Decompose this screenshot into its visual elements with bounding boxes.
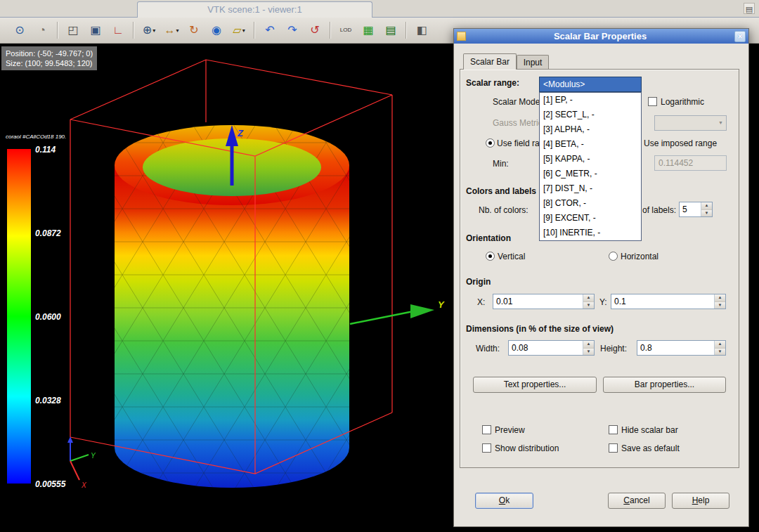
spin-down-icon[interactable]: ▼ (583, 349, 594, 356)
preview-checkbox[interactable] (482, 425, 491, 434)
save-as-default-label: Save as default (621, 443, 680, 453)
dropdown-item[interactable]: [4] BETA, - (540, 137, 641, 152)
scaling-icon[interactable]: ▦ (358, 20, 378, 40)
scalar-mode-label: Scalar Mode (493, 97, 540, 107)
scalar-range-combobox[interactable]: <Modulus> (539, 77, 642, 92)
toolbar-icon-glyph: ◔ (39, 25, 46, 36)
text-properties-button[interactable]: Text properties... (473, 377, 597, 393)
hide-scalar-bar-checkbox[interactable] (609, 425, 618, 434)
toolbar-icon-glyph: LOD (340, 25, 351, 36)
dropdown-arrow-icon[interactable]: ▾ (176, 27, 179, 34)
undo-icon[interactable]: ↶ (260, 20, 280, 40)
spin-up-icon[interactable]: ▲ (715, 294, 725, 302)
origin-y-spinbox[interactable]: 0.1 ▲▼ (611, 294, 726, 309)
toolbar-icon-glyph: ↔ (164, 25, 175, 36)
toolbar-icon-glyph: ⊙ (15, 25, 24, 36)
max-value: 0.114452 (659, 158, 693, 168)
colorbar (7, 149, 31, 484)
origin-y-value: 0.1 (614, 297, 626, 306)
interaction-style-icon[interactable]: ◔ (32, 20, 52, 40)
colors-labels-header: Colors and labels (466, 186, 536, 196)
rotate-icon[interactable]: ↻ (184, 20, 204, 40)
dropdown-item[interactable]: [1] EP, - (540, 93, 641, 108)
toolbar-separator (330, 22, 331, 39)
pan-icon[interactable]: ↔ ▾ (162, 20, 181, 40)
rect-select-icon[interactable]: ▣ (86, 20, 105, 40)
close-button[interactable]: × (734, 31, 746, 42)
dropdown-item[interactable]: [9] EXCENT, - (540, 211, 641, 226)
viewer-tab[interactable]: VTK scene:1 - viewer:1 (137, 1, 372, 18)
dropdown-item[interactable]: [8] CTOR, - (540, 196, 641, 211)
spin-down-icon[interactable]: ▼ (715, 302, 725, 309)
zoom-area-icon[interactable]: ◰ (63, 20, 83, 40)
z-axis-label: Z (237, 128, 244, 138)
logarithmic-checkbox[interactable] (648, 97, 657, 106)
cancel-button[interactable]: Cancel (608, 493, 666, 509)
dropdown-item[interactable]: [2] SECT_L, - (540, 108, 641, 122)
zoom-icon[interactable]: ⊕ ▾ (139, 20, 159, 40)
scalar-range-dropdown-list[interactable]: [1] EP, -[2] SECT_L, -[3] ALPHA, -[4] BE… (539, 92, 642, 241)
spin-down-icon[interactable]: ▼ (701, 210, 712, 217)
toolbar-icon-glyph: ↻ (189, 25, 198, 36)
show-trihedron-icon[interactable]: ∟ (108, 20, 128, 40)
tab-scalar-bar[interactable]: Scalar Bar (463, 53, 517, 70)
toolbar-separator (57, 22, 58, 39)
lod-icon[interactable]: LOD (336, 20, 356, 40)
nb-labels-spinbox[interactable]: 5 ▲▼ (679, 202, 713, 217)
graduated-axes-icon[interactable]: ▤ (381, 20, 401, 40)
hide-scalar-bar-label: Hide scalar bar (621, 425, 678, 435)
height-spinbox[interactable]: 0.8 ▲▼ (637, 340, 726, 356)
ambient-toggle-icon[interactable]: ◧ (412, 20, 432, 40)
horizontal-label: Horizontal (621, 252, 659, 261)
colorbar-label: 0.00555 (35, 479, 65, 489)
projection-mode-icon[interactable]: ▱ ▾ (229, 20, 249, 40)
colorbar-label: 0.0872 (35, 228, 61, 238)
dropdown-item[interactable]: [7] DIST_N, - (540, 181, 641, 196)
toolbar-icon-glyph: ▣ (90, 25, 100, 36)
max-field: 0.114452 (654, 155, 727, 171)
use-field-range-radio[interactable] (486, 138, 495, 148)
spin-down-icon[interactable]: ▼ (583, 302, 594, 309)
nb-colors-label: Nb. of colors: (479, 205, 528, 215)
spin-up-icon[interactable]: ▲ (583, 294, 594, 302)
rotation-point-icon[interactable]: ◉ (207, 20, 226, 40)
dropdown-item[interactable]: [5] KAPPA, - (540, 152, 641, 167)
dump-view-icon[interactable]: ⊙ (10, 20, 30, 40)
toolbar-icon-glyph: ◉ (212, 25, 221, 36)
show-distribution-checkbox[interactable] (482, 443, 491, 453)
toolbar-separator (254, 22, 255, 39)
origin-x-value: 0.01 (496, 297, 512, 306)
save-as-default-checkbox[interactable] (609, 443, 618, 453)
dropdown-arrow-icon[interactable]: ▾ (242, 27, 245, 34)
tab-input[interactable]: Input (517, 55, 549, 70)
spin-up-icon[interactable]: ▲ (701, 202, 712, 210)
ok-button[interactable]: Ok (475, 493, 533, 509)
dropdown-item[interactable]: [10] INERTIE, - (540, 226, 641, 240)
bar-properties-button[interactable]: Bar properties... (603, 377, 726, 393)
toolbar-icon-glyph: ↷ (287, 25, 297, 36)
toolbar-icon-glyph: ◰ (67, 25, 78, 36)
toolbar-icon-glyph: ▦ (363, 25, 373, 36)
width-label: Width: (476, 344, 500, 353)
width-spinbox[interactable]: 0.08 ▲▼ (508, 340, 595, 356)
horizontal-radio[interactable] (609, 252, 618, 261)
close-icon: × (737, 32, 742, 41)
help-button[interactable]: Help (672, 493, 729, 509)
toolbar-separator (133, 22, 134, 39)
spin-up-icon[interactable]: ▲ (715, 341, 725, 349)
vertical-radio[interactable] (486, 252, 495, 261)
preview-label: Preview (495, 425, 525, 435)
origin-x-spinbox[interactable]: 0.01 ▲▼ (493, 294, 595, 309)
dropdown-item[interactable]: [3] ALPHA, - (540, 122, 641, 137)
dialog-titlebar[interactable]: Scalar Bar Properties × (454, 29, 748, 44)
dropdown-item[interactable]: [6] C_METR, - (540, 167, 641, 181)
tab-list-button[interactable]: ▤ (744, 3, 755, 14)
origin-x-label: X: (477, 297, 485, 307)
nb-labels-value: 5 (682, 205, 687, 214)
spin-down-icon[interactable]: ▼ (715, 349, 725, 356)
dropdown-arrow-icon[interactable]: ▾ (153, 27, 155, 34)
combo-selected-value: <Modulus> (543, 79, 585, 89)
spin-up-icon[interactable]: ▲ (583, 341, 594, 349)
reset-view-icon[interactable]: ↺ (305, 20, 325, 40)
redo-icon[interactable]: ↷ (283, 20, 302, 40)
